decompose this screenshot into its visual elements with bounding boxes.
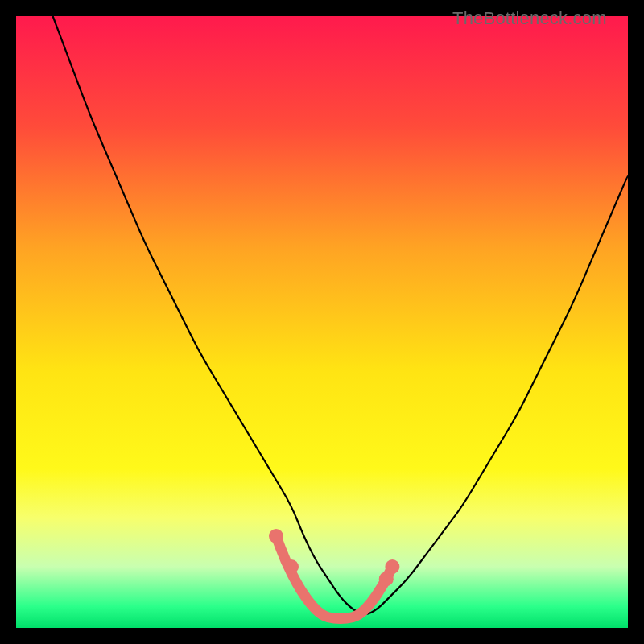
watermark-text: TheBottleneck.com <box>452 8 607 29</box>
highlight-dot <box>284 559 299 574</box>
highlight-dot <box>269 529 283 543</box>
highlight-dot <box>385 559 399 574</box>
chart-frame <box>16 16 628 628</box>
bottleneck-chart <box>16 16 628 628</box>
gradient-background <box>16 16 628 628</box>
